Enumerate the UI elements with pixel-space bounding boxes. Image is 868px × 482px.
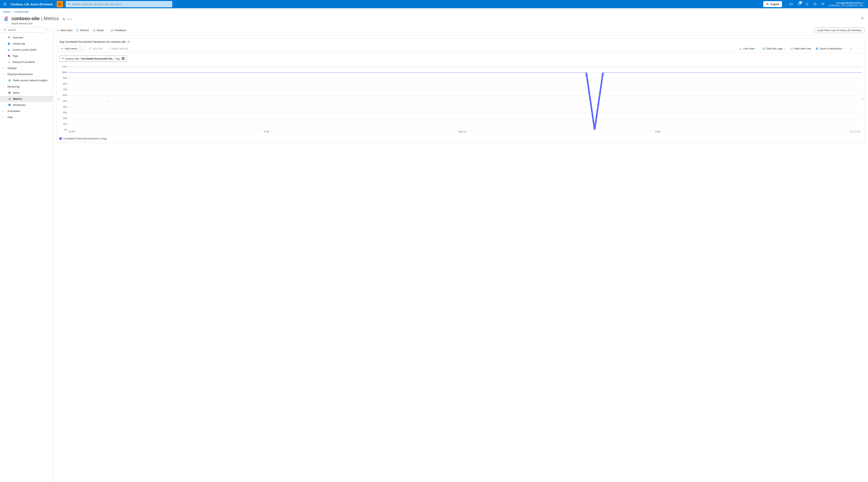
cube-icon [8, 79, 11, 82]
nav-help[interactable]: › Help [0, 114, 53, 120]
nav-tags[interactable]: Tags [0, 53, 53, 59]
add-filter-button: Add filter [87, 46, 105, 51]
nav-label: Access control (IAM) [12, 48, 36, 51]
nav-workbooks[interactable]: Workbooks [0, 102, 53, 108]
global-search-input[interactable] [72, 1, 170, 7]
remove-metric-button[interactable]: ✕ [122, 57, 125, 60]
help-icon [813, 2, 817, 6]
line-chart-icon [739, 47, 742, 50]
notifications-button[interactable]: 1 [795, 0, 803, 8]
y-axis: 110%100%90%80%70%60%50%40%30%20%10%0% [59, 67, 68, 130]
nav-alerts[interactable]: Alerts [0, 90, 53, 96]
nav-automation[interactable]: › Automation [0, 108, 53, 114]
share-button[interactable]: Share [93, 29, 107, 32]
action-label: Add filter [93, 47, 103, 50]
gridline [68, 84, 862, 84]
workbook-icon [8, 103, 11, 106]
smiley-icon [111, 29, 113, 32]
resource-type-label: Mobile Network Site [11, 22, 72, 25]
gridline [68, 95, 862, 96]
nav-label: Help [7, 116, 13, 119]
nav-label: Overview [12, 36, 23, 39]
svg-point-0 [59, 4, 61, 5]
new-chart-button[interactable]: New chart [56, 29, 72, 32]
add-metric-dropdown[interactable] [80, 46, 86, 51]
chart-plot[interactable]: 110%100%90%80%70%60%50%40%30%20%10%0% [59, 67, 862, 130]
metric-pill[interactable]: contoso-site, Correlated Successful Ha..… [59, 56, 127, 62]
nav-iam[interactable]: Access control (IAM) [0, 47, 53, 53]
add-metric-button[interactable]: Add metric [59, 46, 80, 52]
action-label: Feedback [115, 29, 126, 32]
logs-icon [763, 47, 765, 50]
gear-icon [805, 2, 809, 6]
resource-menu: Overview Activity log Access control (IA… [0, 34, 53, 478]
nav-activity-log[interactable]: Activity log [0, 41, 53, 47]
save-to-dashboard-button[interactable]: Save to dashboard [813, 46, 847, 51]
chevron-down-icon [843, 48, 845, 50]
drill-into-logs-button[interactable]: Drill into Logs [761, 46, 788, 51]
page-title: contoso-site | Metrics ··· [11, 15, 72, 22]
nav-ran-insights[interactable]: Radio access network insights [0, 77, 53, 84]
chart-title: Avg Correlated Successful Handovers for … [59, 40, 126, 43]
refresh-button[interactable]: Refresh [76, 29, 89, 32]
feedback-button[interactable] [819, 0, 827, 8]
x-tick: 6 AM [655, 130, 660, 133]
cloud-shell-button[interactable] [787, 0, 795, 8]
edit-title-button[interactable] [127, 40, 130, 43]
settings-button[interactable] [803, 0, 811, 8]
chevron-right-icon: › [3, 109, 5, 113]
resource-menu-search-input[interactable] [7, 28, 42, 32]
expand-collapse-button[interactable] [45, 29, 48, 31]
nav-overview[interactable]: Overview [0, 34, 53, 41]
breadcrumb-home-link[interactable]: Home [3, 10, 10, 13]
chevron-down-icon [127, 29, 129, 31]
close-blade-button[interactable]: ✕ [860, 15, 865, 21]
copilot-label: Copilot [770, 3, 779, 6]
portal-brand-label: Contoso, Ltd. Azure (Preview) [10, 3, 56, 6]
y-tick: 30% [63, 111, 67, 114]
new-alert-rule-button[interactable]: New alert rule [788, 46, 813, 51]
action-label: Add metric [65, 47, 78, 50]
gridline [68, 72, 862, 73]
gridline [68, 78, 862, 78]
action-label: New alert rule [795, 47, 811, 50]
collapse-menu-button[interactable] [49, 29, 52, 31]
y-tick: 10% [63, 123, 67, 125]
svg-point-12 [4, 29, 6, 30]
nav-settings[interactable]: › Settings [0, 65, 53, 71]
top-bar: Contoso, Ltd. Azure (Preview) Copilot 1 … [0, 0, 868, 8]
gear-icon [850, 47, 852, 50]
legend-label: Correlated Successful Handovers (Avg), [63, 137, 107, 140]
chart-more-button[interactable]: ··· [856, 46, 863, 51]
copilot-button[interactable]: Copilot [763, 1, 782, 7]
chart-type-button[interactable]: Line chart [737, 46, 760, 51]
action-label: Share [97, 29, 104, 32]
feedback-link[interactable]: Feedback [111, 29, 129, 32]
y-tick: 0% [64, 129, 67, 131]
nav-physical-infrastructure[interactable]: Physical infrastructure [0, 71, 53, 77]
account-menu[interactable]: chrisqpublic@contoso.c... CONTOSO, LTD. … [827, 1, 868, 7]
help-button[interactable] [811, 0, 819, 8]
breadcrumb-page-link[interactable]: contoso-site [14, 10, 28, 13]
account-tenant: CONTOSO, LTD. (CONTOSO, LTD.... [829, 4, 865, 7]
global-search[interactable] [66, 1, 172, 7]
nav-resource-visualizer[interactable]: Resource visualizer [0, 59, 53, 65]
nav-metrics[interactable]: Metrics [0, 96, 53, 102]
chart-settings-button[interactable] [848, 46, 855, 51]
more-actions-button[interactable]: ··· [67, 17, 72, 22]
notification-badge: 1 [799, 1, 802, 4]
alert-rule-icon [790, 47, 793, 50]
nav-label: Activity log [12, 42, 25, 45]
alert-icon [8, 91, 11, 94]
hamburger-menu-button[interactable] [0, 0, 10, 8]
resource-menu-search[interactable] [2, 27, 44, 33]
svg-point-1 [68, 3, 70, 5]
preview-bug-icon[interactable] [57, 1, 63, 7]
time-range-picker[interactable]: Local Time: Last 24 hours (15 minutes) [814, 27, 865, 33]
favorite-star-icon[interactable] [62, 18, 65, 21]
plus-icon [61, 47, 64, 50]
y-tick: 40% [63, 106, 67, 108]
chevron-down-icon [82, 48, 84, 50]
nav-monitoring[interactable]: Monitoring [0, 84, 53, 90]
nav-label: Resource visualizer [12, 61, 35, 63]
